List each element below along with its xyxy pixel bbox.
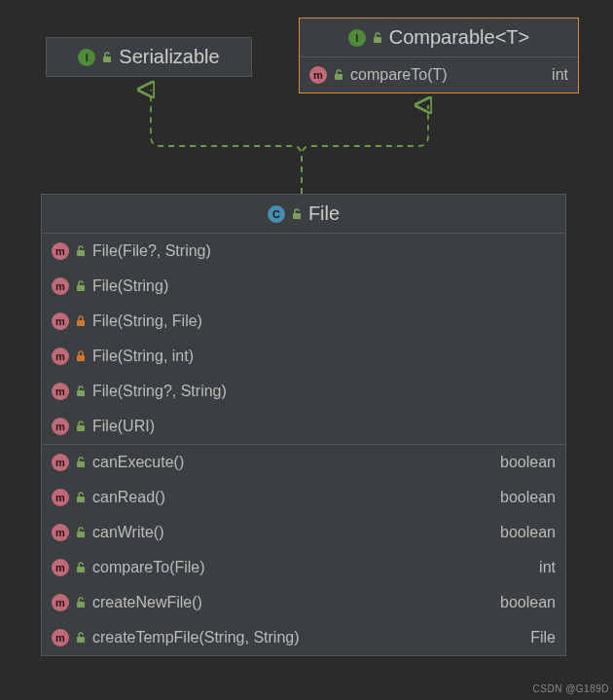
method-row[interactable]: mFile(URI) bbox=[42, 409, 565, 444]
svg-rect-13 bbox=[77, 567, 85, 572]
lock-open-icon bbox=[291, 207, 303, 221]
lock-open-icon bbox=[75, 244, 87, 258]
lock-open-icon bbox=[75, 279, 87, 293]
method-icon: m bbox=[52, 242, 69, 260]
lock-open-icon bbox=[75, 526, 87, 539]
box-title: File bbox=[308, 203, 340, 225]
method-signature: createNewFile() bbox=[92, 594, 494, 611]
svg-rect-14 bbox=[77, 602, 85, 608]
method-row[interactable]: mcreateNewFile()boolean bbox=[42, 585, 565, 620]
interface-icon: I bbox=[348, 29, 366, 47]
method-row[interactable]: mFile(String) bbox=[42, 269, 565, 304]
method-signature: canWrite() bbox=[92, 524, 494, 541]
method-icon: m bbox=[52, 629, 69, 646]
svg-rect-7 bbox=[77, 355, 85, 361]
lock-open-icon bbox=[75, 385, 87, 398]
lock-closed-icon bbox=[75, 314, 87, 328]
lock-open-icon bbox=[75, 561, 87, 574]
box-header: C File bbox=[42, 195, 565, 234]
method-row[interactable]: mFile(String?, String) bbox=[42, 374, 565, 409]
method-row[interactable]: mcanWrite()boolean bbox=[42, 515, 565, 550]
method-icon: m bbox=[52, 277, 69, 295]
method-return: int bbox=[539, 559, 556, 576]
method-signature: File(String, int) bbox=[92, 348, 556, 365]
method-row[interactable]: m compareTo(T) int bbox=[300, 57, 578, 92]
method-signature: File(String?, String) bbox=[92, 383, 556, 400]
method-icon: m bbox=[52, 594, 69, 611]
lock-open-icon bbox=[75, 491, 87, 504]
lock-open-icon bbox=[75, 456, 87, 469]
method-return: boolean bbox=[500, 454, 556, 471]
svg-rect-1 bbox=[374, 37, 381, 43]
interface-box-comparable[interactable]: I Comparable<T> m compareTo(T) int bbox=[299, 18, 579, 93]
svg-rect-9 bbox=[77, 425, 85, 431]
box-title: Serializable bbox=[119, 46, 219, 68]
lock-open-icon bbox=[333, 68, 344, 82]
svg-rect-0 bbox=[103, 56, 111, 62]
method-row[interactable]: mcanRead()boolean bbox=[42, 480, 565, 515]
method-return: boolean bbox=[500, 524, 556, 541]
method-return: int bbox=[552, 66, 568, 84]
method-row[interactable]: mFile(File?, String) bbox=[42, 234, 565, 269]
method-signature: compareTo(File) bbox=[92, 559, 533, 576]
method-row[interactable]: mcanExecute()boolean bbox=[42, 445, 565, 480]
method-signature: File(String) bbox=[92, 277, 556, 295]
method-icon: m bbox=[52, 559, 69, 576]
box-header: I Serializable bbox=[47, 38, 251, 76]
method-signature: canExecute() bbox=[92, 454, 494, 471]
watermark: CSDN @G189D bbox=[533, 683, 609, 694]
method-signature: createTempFile(String, String) bbox=[92, 629, 524, 646]
method-icon: m bbox=[52, 348, 69, 365]
method-return: boolean bbox=[500, 489, 556, 506]
svg-rect-2 bbox=[335, 74, 343, 80]
lock-open-icon bbox=[75, 596, 87, 609]
method-icon: m bbox=[309, 66, 327, 84]
interface-box-serializable[interactable]: I Serializable bbox=[46, 37, 252, 77]
interface-icon: I bbox=[78, 49, 95, 66]
method-icon: m bbox=[52, 383, 69, 400]
class-box-file[interactable]: C File mFile(File?, String)mFile(String)… bbox=[41, 194, 566, 656]
method-row[interactable]: mcreateTempFile(String, String)File bbox=[42, 620, 565, 655]
svg-rect-3 bbox=[293, 213, 301, 219]
method-signature: canRead() bbox=[92, 489, 494, 506]
method-row[interactable]: mcompareTo(File)int bbox=[42, 550, 565, 585]
box-header: I Comparable<T> bbox=[300, 18, 578, 57]
method-signature: File(File?, String) bbox=[92, 242, 556, 260]
svg-rect-15 bbox=[77, 637, 85, 643]
lock-open-icon bbox=[75, 420, 87, 433]
method-icon: m bbox=[52, 313, 69, 330]
method-return: boolean bbox=[500, 594, 556, 611]
method-icon: m bbox=[52, 454, 69, 471]
method-icon: m bbox=[52, 418, 69, 435]
method-row[interactable]: mFile(String, File) bbox=[42, 304, 565, 339]
lock-closed-icon bbox=[75, 350, 87, 363]
svg-rect-12 bbox=[77, 532, 85, 537]
svg-rect-8 bbox=[77, 390, 85, 396]
method-icon: m bbox=[52, 524, 69, 541]
svg-rect-10 bbox=[77, 461, 85, 467]
method-return: File bbox=[530, 629, 556, 646]
method-signature: File(URI) bbox=[92, 418, 556, 435]
box-title: Comparable<T> bbox=[389, 26, 530, 49]
method-row[interactable]: mFile(String, int) bbox=[42, 339, 565, 374]
svg-rect-11 bbox=[77, 497, 85, 502]
method-signature: compareTo(T) bbox=[350, 66, 546, 84]
class-icon: C bbox=[268, 205, 285, 223]
method-icon: m bbox=[52, 489, 69, 506]
svg-rect-5 bbox=[77, 285, 85, 291]
svg-rect-6 bbox=[77, 320, 85, 326]
lock-open-icon bbox=[372, 31, 383, 45]
svg-rect-4 bbox=[77, 250, 85, 256]
lock-open-icon bbox=[101, 51, 113, 64]
method-signature: File(String, File) bbox=[92, 313, 556, 330]
lock-open-icon bbox=[75, 631, 87, 645]
